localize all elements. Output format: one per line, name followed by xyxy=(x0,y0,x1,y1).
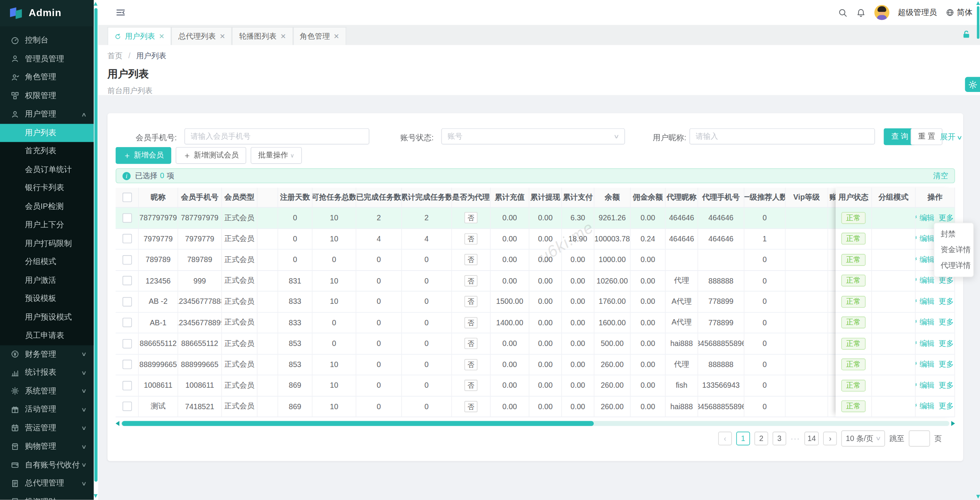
edit-link[interactable]: 编辑 xyxy=(916,254,934,265)
scrollbar-thumb[interactable] xyxy=(122,421,594,426)
sidebar-group-总代理管理[interactable]: 总代理管理∨ xyxy=(0,474,94,493)
more-link[interactable]: 更多∨ xyxy=(939,401,955,412)
sidebar-subitem-用户激活[interactable]: 用户激活 xyxy=(0,271,94,290)
username-label[interactable]: 超级管理员 xyxy=(898,7,937,18)
prev-page-button[interactable]: ‹ xyxy=(718,432,732,446)
row-checkbox[interactable] xyxy=(122,255,131,264)
more-link[interactable]: 更多∨ xyxy=(939,380,955,391)
lock-icon[interactable] xyxy=(961,30,971,39)
row-checkbox[interactable] xyxy=(122,381,131,390)
sidebar-item-角色管理[interactable]: 角色管理 xyxy=(0,68,94,87)
edit-link[interactable]: 编辑 xyxy=(916,380,934,391)
add-test-member-button[interactable]: ＋新增测试会员 xyxy=(176,147,246,164)
edit-link[interactable]: 编辑 xyxy=(916,317,934,328)
row-checkbox[interactable] xyxy=(122,318,131,327)
scroll-left-icon[interactable] xyxy=(116,421,119,426)
page-button-14[interactable]: 14 xyxy=(804,432,819,446)
sidebar-subitem-用户列表[interactable]: 用户列表 xyxy=(0,123,94,142)
sidebar-scroll-thumb[interactable] xyxy=(95,8,98,482)
close-icon[interactable]: ✕ xyxy=(159,33,165,40)
close-icon[interactable]: ✕ xyxy=(219,33,225,40)
sidebar-group-购物管理[interactable]: 购物管理∨ xyxy=(0,437,94,456)
edit-link[interactable]: 编辑 xyxy=(916,233,934,244)
scroll-down-icon[interactable] xyxy=(976,495,980,498)
sidebar-subitem-会员IP检测[interactable]: 会员IP检测 xyxy=(0,197,94,216)
page-button-2[interactable]: 2 xyxy=(755,432,768,446)
sidebar-group-活动管理[interactable]: 活动管理∨ xyxy=(0,400,94,419)
edit-link[interactable]: 编辑 xyxy=(916,401,934,412)
row-checkbox[interactable] xyxy=(122,213,131,222)
batch-actions-button[interactable]: 批量操作 ∨ xyxy=(251,147,302,164)
refresh-icon[interactable] xyxy=(114,33,121,40)
page-scrollbar[interactable] xyxy=(976,0,980,500)
notification-bell-icon[interactable] xyxy=(856,8,865,17)
row-checkbox[interactable] xyxy=(122,402,131,411)
collapse-menu-icon[interactable] xyxy=(116,8,126,18)
sidebar-subitem-分组模式[interactable]: 分组模式 xyxy=(0,253,94,271)
sidebar-group-用户管理[interactable]: 用户管理∧ xyxy=(0,105,94,123)
reset-button[interactable]: 重 置 xyxy=(911,128,943,145)
scroll-right-icon[interactable] xyxy=(951,421,955,426)
scrollbar-track[interactable] xyxy=(121,421,949,426)
sidebar-group-系统管理[interactable]: 系统管理∨ xyxy=(0,382,94,400)
more-link[interactable]: 更多∨ xyxy=(939,338,955,349)
edit-link[interactable]: 编辑 xyxy=(916,213,934,223)
phone-filter-input[interactable]: 请输入会员手机号 xyxy=(185,128,369,144)
more-link[interactable]: 更多∨ xyxy=(939,359,955,370)
edit-link[interactable]: 编辑 xyxy=(916,359,934,370)
scroll-up-icon[interactable] xyxy=(94,2,98,6)
language-switcher[interactable]: 简体 xyxy=(946,7,972,18)
per-page-select[interactable]: 10 条/页∨ xyxy=(841,430,885,446)
sidebar-group-财务管理[interactable]: 财务管理∨ xyxy=(0,345,94,363)
sidebar-subitem-用户上下分[interactable]: 用户上下分 xyxy=(0,216,94,234)
dropdown-item-资金详情[interactable]: 资金详情 xyxy=(934,242,973,258)
row-checkbox[interactable] xyxy=(122,360,131,369)
tab-用户列表[interactable]: 用户列表✕ xyxy=(108,27,172,45)
nickname-filter-input[interactable]: 请输入 xyxy=(689,128,875,144)
clear-selection-link[interactable]: 清空 xyxy=(933,170,948,181)
dropdown-item-封禁[interactable]: 封禁 xyxy=(934,226,973,242)
search-icon[interactable] xyxy=(838,8,847,17)
sidebar-item-权限管理[interactable]: 权限管理 xyxy=(0,87,94,105)
close-icon[interactable]: ✕ xyxy=(280,33,286,40)
sidebar-item-控制台[interactable]: 控制台 xyxy=(0,31,94,50)
edit-link[interactable]: 编辑 xyxy=(916,296,934,307)
expand-filters-link[interactable]: 展开∨ xyxy=(940,132,962,143)
user-avatar[interactable] xyxy=(874,5,889,20)
row-checkbox[interactable] xyxy=(122,276,131,285)
add-member-button[interactable]: ＋新增会员 xyxy=(116,147,171,164)
edit-link[interactable]: 编辑 xyxy=(916,338,934,349)
sidebar-subitem-预设模板[interactable]: 预设模板 xyxy=(0,290,94,308)
scroll-up-icon[interactable] xyxy=(976,1,980,5)
next-page-button[interactable]: › xyxy=(823,432,837,446)
sidebar-subitem-银行卡列表[interactable]: 银行卡列表 xyxy=(0,179,94,197)
row-checkbox[interactable] xyxy=(122,339,131,348)
select-all-checkbox[interactable] xyxy=(122,193,131,202)
sidebar-scrollbar[interactable] xyxy=(94,0,98,500)
jump-page-input[interactable] xyxy=(909,430,930,446)
page-button-3[interactable]: 3 xyxy=(773,432,786,446)
page-button-1[interactable]: 1 xyxy=(736,432,750,446)
sidebar-group-营运管理[interactable]: 营运管理∨ xyxy=(0,419,94,437)
tab-轮播图列表[interactable]: 轮播图列表✕ xyxy=(232,27,293,45)
scroll-down-icon[interactable] xyxy=(94,494,98,498)
sidebar-group-投资理财[interactable]: 投资理财∨ xyxy=(0,493,94,500)
tab-总代理列表[interactable]: 总代理列表✕ xyxy=(172,27,232,45)
more-link[interactable]: 更多∨ xyxy=(939,296,955,307)
sidebar-item-管理员管理[interactable]: 管理员管理 xyxy=(0,50,94,68)
row-checkbox[interactable] xyxy=(122,234,131,243)
status-filter-select[interactable]: 账号∨ xyxy=(441,128,625,144)
more-link[interactable]: 更多∨ xyxy=(939,213,955,223)
horizontal-scrollbar[interactable] xyxy=(116,420,955,426)
close-icon[interactable]: ✕ xyxy=(333,33,339,40)
pages-ellipsis[interactable]: ··· xyxy=(791,434,800,443)
sidebar-subitem-首充列表[interactable]: 首充列表 xyxy=(0,142,94,161)
sidebar-subitem-员工申请表[interactable]: 员工申请表 xyxy=(0,326,94,345)
sidebar-subitem-用户打码限制[interactable]: 用户打码限制 xyxy=(0,234,94,252)
more-link[interactable]: 更多∨ xyxy=(939,317,955,328)
sidebar-subitem-会员订单统计[interactable]: 会员订单统计 xyxy=(0,161,94,179)
sidebar-group-自有账号代收付[interactable]: 自有账号代收付∨ xyxy=(0,456,94,474)
sidebar-subitem-用户预设模式[interactable]: 用户预设模式 xyxy=(0,308,94,326)
sidebar-group-统计报表[interactable]: 统计报表∨ xyxy=(0,364,94,382)
dropdown-item-代理详情[interactable]: 代理详情 xyxy=(934,258,973,274)
